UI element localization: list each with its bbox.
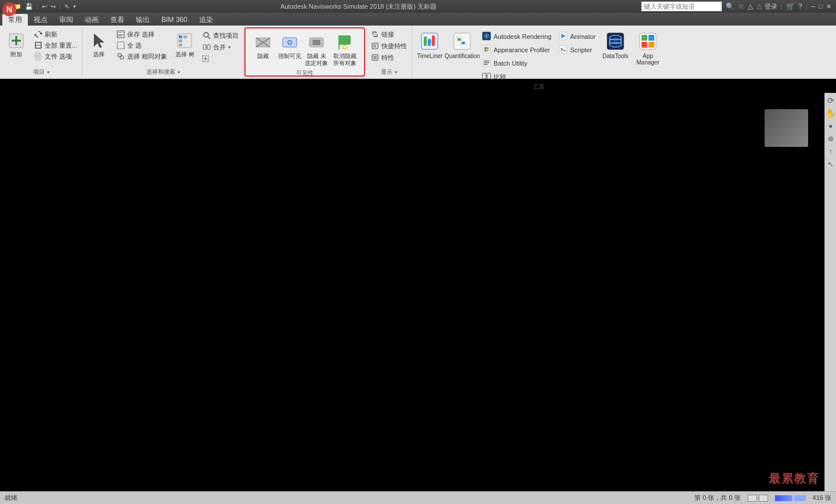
datatools-button[interactable]: DataTools xyxy=(600,29,630,60)
orbit-tool[interactable]: ● xyxy=(826,121,836,131)
svg-rect-23 xyxy=(203,45,206,49)
progress-bar-light xyxy=(794,495,806,501)
help-icon: ? xyxy=(798,2,802,10)
select-button[interactable]: 选择 xyxy=(85,29,113,64)
viewport-object xyxy=(765,109,808,147)
hide-button[interactable]: 隐藏 xyxy=(250,31,276,66)
tab-view[interactable]: 查看 xyxy=(105,14,130,26)
group-select-label: 选择和搜索 xyxy=(146,68,175,76)
win-restore-btn[interactable]: □ xyxy=(819,3,823,10)
svg-rect-88 xyxy=(642,35,647,41)
svg-point-67 xyxy=(487,47,489,49)
batch-utility-button[interactable]: Batch Utility xyxy=(480,57,554,70)
quantification-button[interactable]: Q Quantification xyxy=(447,29,477,64)
save-selection-button[interactable]: 保存 选择 xyxy=(114,29,170,39)
svg-rect-65 xyxy=(482,45,491,53)
compare-button[interactable]: 比较 xyxy=(480,70,554,83)
merge-dropdown-icon[interactable]: ▾ xyxy=(228,45,230,50)
required-visible-button[interactable]: 强制可见 xyxy=(277,31,302,66)
select-tool[interactable]: ↖ xyxy=(826,159,836,170)
svg-point-68 xyxy=(484,49,487,52)
app-logo[interactable]: N xyxy=(2,2,16,16)
view-mode-btn[interactable] xyxy=(748,495,757,502)
reset-all-button[interactable]: 全部 重置... xyxy=(31,40,80,51)
qa-redo[interactable]: ↪ xyxy=(51,3,56,10)
view-mode-btn2[interactable] xyxy=(759,495,768,502)
appmanager-button[interactable]: App Manager xyxy=(633,29,663,67)
memory-info: 416 张 xyxy=(813,494,831,502)
tab-review[interactable]: 审阅 xyxy=(53,14,79,26)
main-viewport[interactable] xyxy=(0,93,824,491)
properties-button[interactable]: 特性 xyxy=(368,52,409,63)
fly-tool[interactable]: ↑ xyxy=(826,146,836,157)
svg-rect-53 xyxy=(432,35,435,46)
tab-render[interactable]: 追染 xyxy=(193,14,219,26)
svg-rect-72 xyxy=(484,62,489,63)
title-search-input[interactable] xyxy=(641,1,722,12)
ribbon-tab-bar: 常用 视点 审阅 动画 查看 输出 BIM 360 追染 xyxy=(0,13,836,26)
select-tree-button[interactable]: 选择 树 xyxy=(171,29,199,64)
hide-unselected-button[interactable]: 隐藏 未选定对象 xyxy=(304,31,329,68)
svg-point-21 xyxy=(204,33,208,37)
merge-button[interactable]: 合并 xyxy=(200,42,228,52)
tab-animation[interactable]: 动画 xyxy=(79,14,105,26)
group-select-search: 选择 保存 选择 xyxy=(82,27,244,77)
win-close-btn[interactable]: ✕ xyxy=(826,3,831,10)
side-toolbar: ⟳ ✋ ● ⊕ ↑ ↖ xyxy=(824,93,836,491)
qa-save[interactable]: 💾 xyxy=(25,3,33,10)
find-items-button[interactable]: 查找项目 xyxy=(200,30,241,41)
svg-rect-89 xyxy=(648,35,654,41)
select-same-button[interactable]: 选择 相同对象 xyxy=(114,51,170,62)
ribbon-body: 附加 刷新 xyxy=(0,26,836,79)
tab-output[interactable]: 输出 xyxy=(130,14,156,26)
win-minimize-btn[interactable]: ─ xyxy=(811,3,816,10)
appearance-profiler-button[interactable]: Appearance Profiler xyxy=(480,44,554,56)
group-items-arrow[interactable]: ▾ xyxy=(47,70,49,75)
svg-rect-73 xyxy=(484,64,488,65)
qa-undo[interactable]: ↩ xyxy=(42,3,47,10)
unhide-all-button[interactable]: 取消隐藏 所有对象 xyxy=(330,31,359,68)
svg-rect-60 xyxy=(457,38,461,41)
scripter-button[interactable]: Scripter xyxy=(556,44,598,56)
rotate-tool[interactable]: ⟳ xyxy=(826,95,836,106)
group-display-label: 显示 xyxy=(381,68,392,76)
page-info: 第 0 张，共 0 张 xyxy=(694,494,740,502)
login-label[interactable]: △ 登录 xyxy=(756,2,777,11)
svg-text:Q: Q xyxy=(456,35,458,38)
qa-cursor[interactable]: ↖ xyxy=(64,3,70,10)
links-button[interactable]: 链接 xyxy=(368,29,409,39)
group-items-label: 项目 xyxy=(33,68,45,76)
group-tools-label: 工具 xyxy=(533,83,545,91)
extra-select-btn[interactable] xyxy=(200,53,241,64)
refresh-button[interactable]: 刷新 xyxy=(31,29,80,39)
file-options-button[interactable]: 文件 选项 xyxy=(31,51,80,62)
svg-rect-13 xyxy=(117,42,124,49)
svg-rect-19 xyxy=(179,39,182,42)
group-display-arrow[interactable]: ▾ xyxy=(395,70,397,75)
autodesk-rendering-button[interactable]: Autodesk Rendering xyxy=(480,30,554,43)
tab-viewpoint[interactable]: 视点 xyxy=(28,14,53,26)
svg-rect-91 xyxy=(648,42,654,48)
svg-line-22 xyxy=(208,37,210,39)
timeliner-button[interactable]: TimeLiner xyxy=(415,29,445,64)
svg-rect-90 xyxy=(642,42,647,48)
search-icon: 🔍 xyxy=(726,2,734,10)
pan-tool[interactable]: ✋ xyxy=(826,108,836,118)
status-bar: 就绪 第 0 张，共 0 张 416 张 xyxy=(0,491,836,504)
triangle-icon: △ xyxy=(748,2,753,10)
tab-bim360[interactable]: BIM 360 xyxy=(156,14,193,26)
svg-point-15 xyxy=(120,56,124,59)
progress-bar-blue xyxy=(775,495,792,501)
svg-line-40 xyxy=(374,34,376,35)
group-select-arrow[interactable]: ▾ xyxy=(178,70,180,75)
quick-props-button[interactable]: 快捷特性 xyxy=(368,41,409,51)
animator-button[interactable]: Animator xyxy=(556,30,598,43)
svg-point-66 xyxy=(484,47,487,49)
status-ready: 就绪 xyxy=(5,494,17,502)
cart-icon: 🛒 xyxy=(786,2,795,10)
svg-rect-17 xyxy=(179,35,182,38)
add-button[interactable]: 附加 xyxy=(2,29,30,64)
select-all-button[interactable]: 全 选 xyxy=(114,40,170,51)
walk-tool[interactable]: ⊕ xyxy=(826,134,836,144)
svg-rect-74 xyxy=(482,73,486,79)
